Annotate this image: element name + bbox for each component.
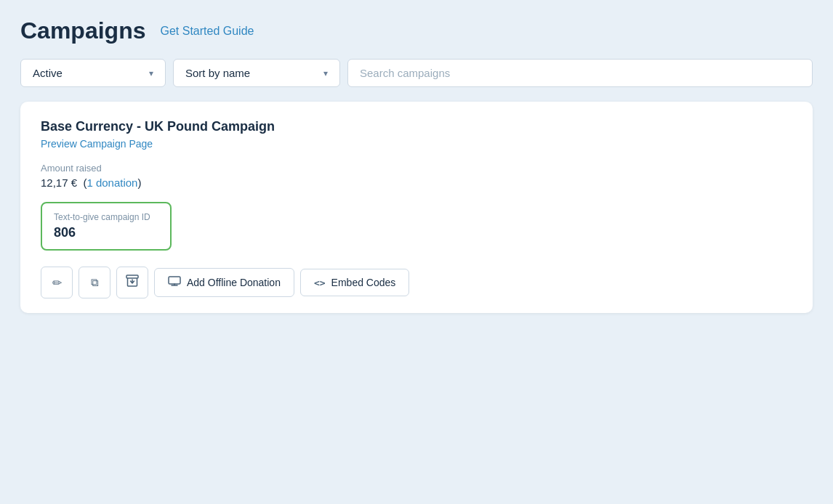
embed-codes-label: Embed Codes: [331, 277, 396, 288]
copy-button[interactable]: ⧉: [79, 267, 110, 298]
status-filter[interactable]: Active ▾: [20, 59, 166, 87]
get-started-link[interactable]: Get Started Guide: [160, 25, 254, 38]
archive-icon: [126, 275, 139, 290]
sort-filter[interactable]: Sort by name ▾: [173, 59, 340, 87]
page-header: Campaigns Get Started Guide: [20, 17, 813, 44]
embed-codes-button[interactable]: <> Embed Codes: [300, 269, 409, 296]
add-offline-label: Add Offline Donation: [187, 277, 281, 288]
campaign-name: Base Currency - UK Pound Campaign: [41, 119, 792, 134]
edit-button[interactable]: ✏: [41, 267, 73, 298]
ttg-box: Text-to-give campaign ID 806: [41, 202, 172, 251]
page-title: Campaigns: [20, 17, 145, 44]
ttg-id: 806: [54, 225, 158, 240]
status-filter-label: Active: [33, 67, 63, 79]
svg-rect-1: [169, 277, 180, 284]
preview-campaign-link[interactable]: Preview Campaign Page: [41, 138, 153, 150]
ttg-label: Text-to-give campaign ID: [54, 212, 158, 222]
embed-codes-icon: <>: [314, 277, 326, 288]
sort-filter-label: Sort by name: [185, 67, 250, 79]
status-chevron-icon: ▾: [149, 68, 153, 78]
search-input[interactable]: [347, 59, 813, 87]
amount-label: Amount raised: [41, 163, 792, 174]
filter-bar: Active ▾ Sort by name ▾: [20, 59, 813, 87]
amount-value: 12,17 € (1 donation): [41, 176, 792, 189]
edit-icon: ✏: [52, 276, 62, 290]
campaign-card: Base Currency - UK Pound Campaign Previe…: [20, 102, 813, 313]
archive-button[interactable]: [116, 267, 148, 298]
add-offline-icon: [168, 276, 181, 289]
action-bar: ✏ ⧉ Add Offline Donation: [41, 267, 792, 298]
donation-link[interactable]: 1 donation: [86, 176, 137, 189]
add-offline-donation-button[interactable]: Add Offline Donation: [154, 268, 294, 297]
sort-chevron-icon: ▾: [323, 68, 328, 78]
amount-number: 12,17 €: [41, 176, 77, 189]
copy-icon: ⧉: [91, 276, 99, 289]
svg-rect-0: [126, 275, 138, 278]
